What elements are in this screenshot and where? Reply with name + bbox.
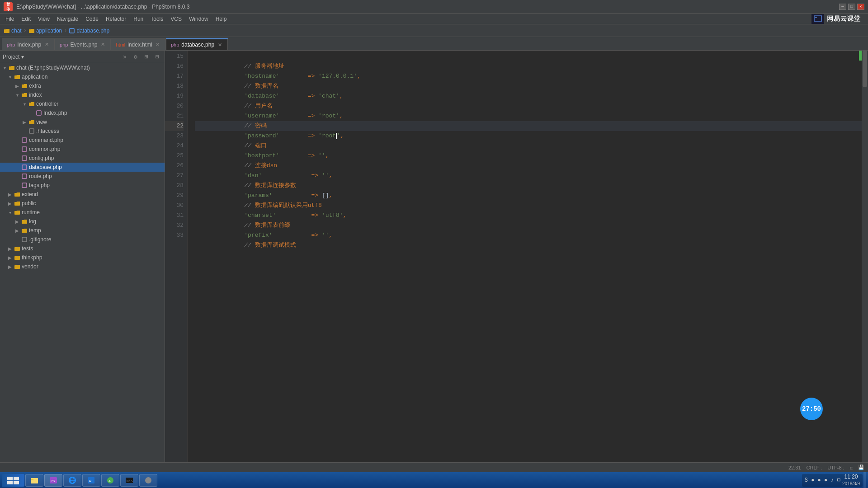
- val-prefix: '': [322, 232, 329, 239]
- svg-text:C:\: C:\: [127, 479, 133, 483]
- tree-config-php[interactable]: config.php: [0, 154, 165, 163]
- line-num-20: 20: [165, 101, 184, 111]
- taskbar-app2[interactable]: [139, 474, 157, 487]
- tree-log[interactable]: ▶ log: [0, 217, 165, 226]
- tree-vendor[interactable]: ▶ vendor: [0, 262, 165, 271]
- breadcrumb-database-php[interactable]: database.php: [69, 28, 109, 34]
- tree-route-php[interactable]: route.php: [0, 172, 165, 181]
- line-num-16: 16: [165, 61, 184, 71]
- sidebar-expand-btn[interactable]: ⊞: [142, 52, 151, 61]
- breadcrumb-sep2: ›: [64, 28, 67, 34]
- svg-text:W: W: [89, 479, 91, 483]
- line-num-30: 30: [165, 201, 184, 211]
- svg-rect-32: [14, 481, 19, 484]
- tree-index-folder[interactable]: ▾ index: [0, 90, 165, 99]
- svg-rect-21: [14, 202, 20, 206]
- tree-tags-php[interactable]: tags.php: [0, 181, 165, 190]
- tab-index-html[interactable]: html index.html ✕: [111, 38, 165, 50]
- breadcrumb-application[interactable]: application: [28, 28, 62, 34]
- tree-extra[interactable]: ▶ extra: [0, 81, 165, 90]
- tree-root-chat[interactable]: ▾ chat (E:\phpStudy\WWW\chat): [0, 63, 165, 72]
- tab-database-php[interactable]: php database.php ✕: [166, 38, 228, 50]
- comment-17: //: [230, 83, 255, 89]
- tab-close-index[interactable]: ✕: [43, 42, 50, 48]
- breadcrumb-chat[interactable]: chat: [4, 28, 22, 34]
- line-num-33: 33: [165, 230, 184, 240]
- start-button[interactable]: [2, 474, 24, 487]
- spaces-22: [279, 132, 307, 139]
- windows-logo: [6, 476, 20, 485]
- menu-navigate[interactable]: Navigate: [53, 14, 82, 24]
- tree-thinkphp[interactable]: ▶ thinkphp: [0, 253, 165, 262]
- tree-view[interactable]: ▶ view: [0, 117, 165, 127]
- scroll-thumb[interactable]: [863, 51, 867, 87]
- code-line-22[interactable]: 'password' => 'root',: [195, 121, 868, 131]
- tab-index-php[interactable]: php Index.php ✕: [2, 38, 55, 50]
- status-save[interactable]: 💾: [858, 465, 864, 470]
- tree-indexphp[interactable]: Index.php: [0, 108, 165, 117]
- taskbar-phpstorm[interactable]: PS: [44, 474, 62, 487]
- scrollbar[interactable]: [862, 51, 868, 462]
- tree-runtime[interactable]: ▾ runtime: [0, 208, 165, 217]
- tree-gitignore[interactable]: .gitignore: [0, 235, 165, 244]
- tree-database-label: database.php: [29, 164, 62, 170]
- menu-edit[interactable]: Edit: [18, 14, 34, 24]
- taskbar-app1[interactable]: A: [101, 474, 119, 487]
- route-icon: [21, 174, 28, 179]
- svg-rect-20: [14, 193, 20, 197]
- space2-30: [318, 212, 322, 219]
- indexphp-icon: [36, 110, 42, 116]
- tree-extend[interactable]: ▶ extend: [0, 190, 165, 199]
- tree-gitignore-label: .gitignore: [29, 236, 51, 243]
- sidebar-close-btn[interactable]: ✕: [120, 52, 129, 61]
- tree-htaccess[interactable]: .htaccess: [0, 127, 165, 136]
- menu-tools[interactable]: Tools: [147, 14, 167, 24]
- key-username: 'username': [244, 113, 279, 119]
- spaces-24: [279, 152, 307, 159]
- database-file-icon: [69, 28, 75, 33]
- indent-30: [230, 212, 244, 219]
- menu-vcs[interactable]: VCS: [167, 14, 185, 24]
- svg-rect-24: [22, 229, 27, 233]
- tree-application[interactable]: ▾ application: [0, 72, 165, 81]
- taskbar-wps[interactable]: W: [82, 474, 100, 487]
- space2-16: [315, 73, 318, 80]
- tree-command-php[interactable]: command.php: [0, 136, 165, 145]
- show-desktop-btn[interactable]: [863, 472, 866, 488]
- menu-refactor[interactable]: Refactor: [102, 14, 130, 24]
- menu-help[interactable]: Help: [212, 14, 231, 24]
- menu-code[interactable]: Code: [82, 14, 102, 24]
- tree-public[interactable]: ▶ public: [0, 199, 165, 208]
- menu-file[interactable]: File: [2, 14, 18, 24]
- close-button[interactable]: ✕: [857, 4, 864, 10]
- tab-icon-database: php: [171, 42, 179, 47]
- menu-view[interactable]: View: [34, 14, 53, 24]
- sidebar-collapse-btn[interactable]: ⊟: [153, 52, 162, 61]
- tree-temp[interactable]: ▶ temp: [0, 226, 165, 235]
- menu-window[interactable]: Window: [185, 14, 212, 24]
- sidebar-settings-btn[interactable]: ⚙: [131, 52, 140, 61]
- extend-icon: [14, 192, 20, 197]
- taskbar-cmd[interactable]: C:\: [120, 474, 138, 487]
- tab-close-events[interactable]: ✕: [99, 42, 106, 48]
- tab-close-html[interactable]: ✕: [155, 42, 161, 48]
- comment-zh-31: 数据库表前缀: [255, 222, 290, 229]
- tree-tests[interactable]: ▶ tests: [0, 244, 165, 253]
- tree-controller[interactable]: ▾ controller: [0, 99, 165, 108]
- project-dropdown[interactable]: Project ▾: [3, 54, 118, 60]
- comma-20: ,: [340, 113, 343, 119]
- command-icon: [21, 137, 28, 143]
- code-lines[interactable]: // 服务器地址 'hostname' => '127.0.0.1', // 数…: [188, 51, 868, 462]
- svg-rect-17: [22, 165, 27, 169]
- taskbar-explorer[interactable]: [25, 474, 43, 487]
- taskbar-ie[interactable]: [63, 474, 81, 487]
- maximize-button[interactable]: □: [848, 4, 855, 10]
- tree-common-php[interactable]: common.php: [0, 145, 165, 154]
- tab-events-php[interactable]: php Events.php ✕: [55, 38, 111, 50]
- menu-run[interactable]: Run: [130, 14, 147, 24]
- minimize-button[interactable]: —: [839, 4, 846, 10]
- code-area[interactable]: 15 16 17 18 19 20 21 22 23 24 25 26 27 2…: [165, 51, 868, 462]
- tab-close-database[interactable]: ✕: [217, 42, 223, 48]
- gitignore-icon: [21, 237, 28, 242]
- tree-database-php[interactable]: database.php: [0, 163, 165, 172]
